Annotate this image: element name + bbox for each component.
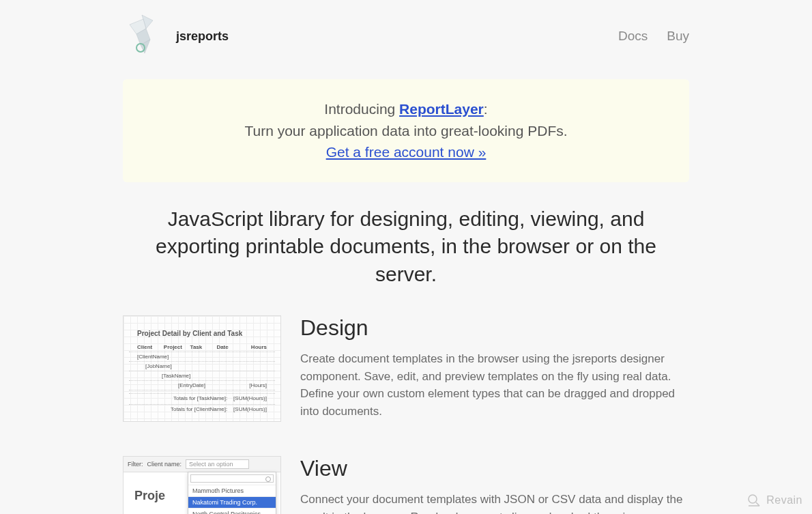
totals-task-value: [SUM(Hours)] — [233, 395, 267, 401]
totals-task-label: Totals for [TaskName]: — [173, 395, 227, 401]
detail-hours: [Hours] — [224, 382, 267, 388]
col-task: Task — [190, 344, 214, 350]
logo-bird-icon — [123, 12, 164, 60]
watermark: Revain — [747, 494, 802, 507]
detail-date: [EntryDate] — [178, 382, 221, 388]
dropdown-menu[interactable]: Mammoth Pictures Nakatomi Trading Corp. … — [188, 472, 276, 514]
group-task: [TaskName] — [162, 373, 267, 379]
brand[interactable]: jsreports — [123, 12, 229, 60]
magnifier-icon — [747, 494, 761, 507]
brand-name: jsreports — [176, 29, 229, 44]
filter-label: Filter: — [128, 461, 143, 468]
totals-client-value: [SUM(Hours)] — [233, 406, 267, 412]
field-label: Client name: — [147, 461, 182, 468]
feature-design: Project Detail by Client and Task Client… — [123, 315, 689, 422]
promo-banner: Introducing ReportLayer: Turn your appli… — [123, 79, 689, 182]
thumb-title: Project Detail by Client and Task — [137, 330, 275, 337]
site-header: jsreports Docs Buy — [123, 0, 689, 67]
svg-point-5 — [749, 495, 757, 503]
dropdown-search[interactable] — [190, 474, 274, 483]
banner-cta-link[interactable]: Get a free account now » — [326, 144, 487, 160]
select-box[interactable]: Select an option — [186, 459, 249, 469]
main-nav: Docs Buy — [618, 29, 689, 44]
banner-intro-prefix: Introducing — [324, 101, 399, 117]
dropdown-option[interactable]: North Central Positronics — [188, 508, 276, 514]
group-job: [JobName] — [145, 363, 267, 369]
dropdown-option-selected[interactable]: Nakatomi Trading Corp. — [188, 496, 276, 508]
select-placeholder: Select an option — [189, 461, 233, 468]
totals-client-label: Totals for [ClientName]: — [171, 406, 227, 412]
design-thumbnail: Project Detail by Client and Task Client… — [123, 315, 281, 422]
view-description: Connect your document templates with JSO… — [300, 491, 689, 514]
banner-tagline: Turn your application data into great-lo… — [143, 120, 669, 142]
col-date: Date — [216, 344, 240, 350]
col-hours: Hours — [243, 344, 267, 350]
nav-buy[interactable]: Buy — [667, 29, 689, 44]
group-client: [ClientName] — [137, 354, 267, 360]
design-heading: Design — [300, 315, 689, 341]
banner-intro-suffix: : — [484, 101, 488, 117]
behind-title-left: Proje — [134, 489, 165, 502]
watermark-text: Revain — [766, 494, 802, 506]
feature-view: Filter: Client name: Select an option Pr… — [123, 456, 689, 514]
col-project: Project — [164, 344, 188, 350]
nav-docs[interactable]: Docs — [618, 29, 648, 44]
design-description: Create document templates in the browser… — [300, 350, 689, 420]
dropdown-option[interactable]: Mammoth Pictures — [188, 485, 276, 496]
reportlayer-link[interactable]: ReportLayer — [399, 101, 484, 117]
col-client: Client — [137, 344, 161, 350]
view-heading: View — [300, 456, 689, 481]
page-tagline: JavaScript library for designing, editin… — [140, 205, 672, 289]
view-thumbnail: Filter: Client name: Select an option Pr… — [123, 456, 281, 514]
